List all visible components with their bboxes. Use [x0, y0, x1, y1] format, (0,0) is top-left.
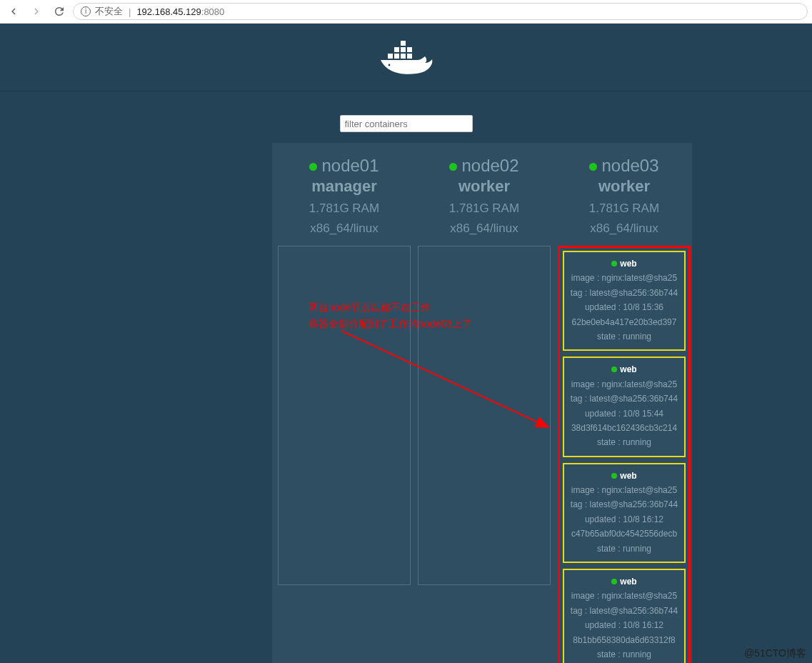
svg-rect-7 [401, 41, 406, 46]
task-service: web [566, 256, 683, 271]
node-column-node01: node01manager1.781G RAMx86_64/linux [278, 149, 411, 663]
task-id: 62be0eb4a417e20b3ed397 [566, 315, 683, 329]
task-tag: tag : latest@sha256:36b744 [566, 604, 683, 618]
status-dot-icon [589, 163, 597, 171]
annotation-text: 两台node节点以都不在工作 容器全部分配到了工作的node03上了 [309, 299, 472, 332]
status-dot-icon [611, 261, 617, 266]
node-arch: x86_64/linux [589, 221, 659, 236]
site-info-icon[interactable]: i [81, 6, 91, 16]
task-service: web [566, 469, 683, 483]
annotation-line-2: 容器全部分配到了工作的node03上了 [309, 316, 472, 332]
task-id: 8b1bb658380da6d63312f8 [566, 633, 683, 647]
task-tag: tag : latest@sha256:36b744 [566, 392, 683, 406]
task-tag: tag : latest@sha256:36b744 [566, 497, 683, 512]
task-card[interactable]: webimage : nginx:latest@sha25tag : lates… [563, 357, 686, 457]
status-dot-icon [611, 579, 617, 584]
node-name: node03 [589, 156, 659, 176]
back-button[interactable] [4, 2, 23, 21]
node-column-node03: node03worker1.781G RAMx86_64/linuxwebima… [558, 149, 691, 663]
tasks-container [418, 246, 551, 585]
svg-rect-3 [407, 54, 412, 59]
node-name-text: node01 [321, 156, 379, 175]
node-role: worker [449, 177, 519, 196]
status-dot-icon [449, 163, 457, 171]
task-updated: updated : 10/8 16:12 [566, 618, 683, 632]
task-state: state : running [566, 329, 683, 344]
task-state: state : running [566, 435, 683, 449]
node-header: node02worker1.781G RAMx86_64/linux [449, 149, 519, 240]
task-card[interactable]: webimage : nginx:latest@sha25tag : lates… [563, 569, 686, 663]
address-separator: | [129, 6, 131, 17]
status-dot-icon [611, 367, 617, 372]
status-dot-icon [611, 473, 617, 479]
node-arch: x86_64/linux [449, 221, 519, 236]
task-updated: updated : 10/8 16:12 [566, 512, 683, 527]
tasks-container: webimage : nginx:latest@sha25tag : lates… [558, 246, 691, 663]
svg-point-8 [388, 64, 390, 66]
page-body: node01manager1.781G RAMx86_64/linuxnode0… [0, 24, 812, 663]
task-updated: updated : 10/8 15:44 [566, 407, 683, 421]
status-dot-icon [309, 163, 317, 171]
node-header: node03worker1.781G RAMx86_64/linux [589, 149, 659, 240]
svg-rect-0 [388, 54, 393, 59]
node-ram: 1.781G RAM [309, 201, 379, 216]
url-host: 192.168.45.129 [136, 6, 201, 17]
node-name-text: node02 [461, 156, 518, 175]
reload-button[interactable] [50, 2, 69, 21]
task-image: image : nginx:latest@sha25 [566, 483, 683, 497]
node-ram: 1.781G RAM [449, 201, 519, 216]
node-role: manager [309, 177, 379, 196]
task-id: c47b65abf0dc4542556decb [566, 527, 683, 541]
svg-rect-5 [401, 47, 406, 52]
node-name-text: node03 [601, 156, 658, 175]
filter-row [0, 115, 812, 132]
node-role: worker [589, 177, 659, 196]
security-label: 不安全 [95, 5, 123, 18]
task-image: image : nginx:latest@sha25 [566, 377, 683, 392]
task-service: web [566, 362, 683, 377]
url-text: 192.168.45.129:8080 [136, 6, 224, 17]
browser-toolbar: i 不安全 | 192.168.45.129:8080 [0, 0, 812, 24]
task-state: state : running [566, 647, 683, 662]
task-id: 38d3f614bc162436cb3c214 [566, 421, 683, 435]
svg-rect-1 [394, 54, 399, 59]
node-arch: x86_64/linux [309, 221, 379, 236]
cluster-grid: node01manager1.781G RAMx86_64/linuxnode0… [272, 143, 692, 663]
node-name: node01 [309, 156, 379, 176]
forward-button[interactable] [27, 2, 46, 21]
task-state: state : running [566, 542, 683, 556]
annotation-line-1: 两台node节点以都不在工作 [309, 299, 472, 316]
filter-input[interactable] [340, 115, 473, 132]
node-header: node01manager1.781G RAMx86_64/linux [309, 149, 379, 240]
node-column-node02: node02worker1.781G RAMx86_64/linux [418, 149, 551, 663]
svg-rect-4 [394, 47, 399, 52]
node-ram: 1.781G RAM [589, 201, 659, 216]
tasks-container [278, 246, 411, 585]
hero-banner [0, 24, 812, 91]
url-port: :8080 [201, 6, 225, 17]
address-bar[interactable]: i 不安全 | 192.168.45.129:8080 [73, 3, 808, 20]
task-tag: tag : latest@sha256:36b744 [566, 286, 683, 300]
node-name: node02 [449, 156, 519, 176]
task-service: web [566, 574, 683, 589]
docker-whale-icon [378, 41, 435, 82]
watermark: @51CTO博客 [744, 647, 806, 660]
svg-rect-2 [401, 54, 406, 59]
task-updated: updated : 10/8 15:36 [566, 300, 683, 314]
task-image: image : nginx:latest@sha25 [566, 589, 683, 603]
task-card[interactable]: webimage : nginx:latest@sha25tag : lates… [563, 463, 686, 563]
task-image: image : nginx:latest@sha25 [566, 271, 683, 285]
task-card[interactable]: webimage : nginx:latest@sha25tag : lates… [563, 251, 686, 351]
svg-rect-6 [407, 47, 412, 52]
